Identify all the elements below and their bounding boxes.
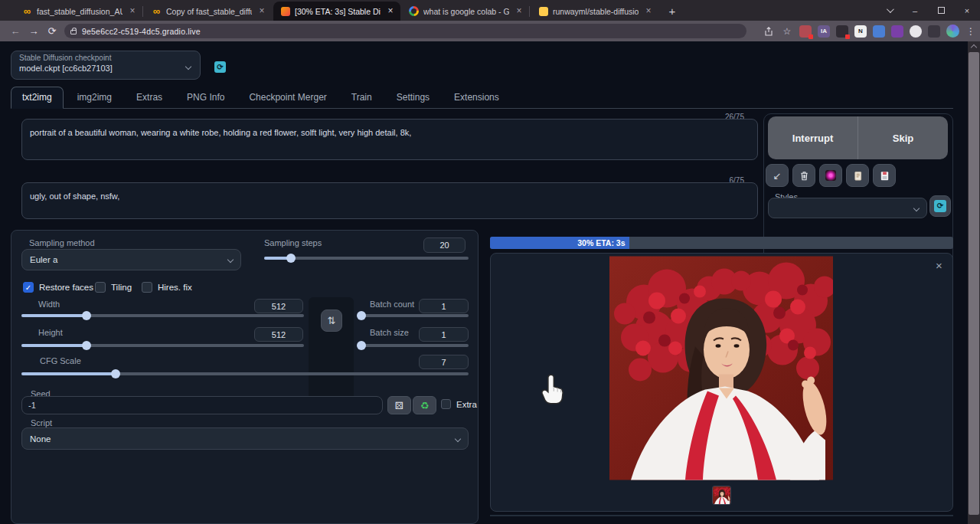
- checkpoint-label: Stable Diffusion checkpoint: [19, 54, 192, 62]
- cfg-scale-slider[interactable]: [21, 369, 469, 378]
- tiling-checkbox[interactable]: [95, 282, 106, 293]
- refresh-styles-button[interactable]: ⟳: [929, 195, 951, 217]
- slider-handle[interactable]: [111, 369, 120, 378]
- height-slider[interactable]: [21, 341, 304, 350]
- close-preview-icon[interactable]: ×: [936, 259, 942, 272]
- tab-png-info[interactable]: PNG Info: [176, 87, 235, 108]
- cfg-scale-value[interactable]: 7: [419, 355, 469, 369]
- scrollbar-thumb[interactable]: [969, 52, 979, 515]
- reload-icon[interactable]: ⟳: [43, 25, 61, 37]
- seed-input[interactable]: [21, 396, 383, 414]
- extensions-puzzle-icon[interactable]: [906, 21, 925, 41]
- tab-close-icon[interactable]: ×: [643, 6, 654, 17]
- interrupt-button[interactable]: Interrupt: [768, 116, 858, 159]
- save-icon: [879, 170, 890, 182]
- slider-handle[interactable]: [82, 311, 91, 320]
- negative-prompt-input[interactable]: ugly, out of shape, nsfw,: [21, 182, 758, 219]
- share-icon[interactable]: [760, 21, 778, 41]
- browser-menu-icon[interactable]: ⋮: [962, 21, 980, 41]
- apply-style-button[interactable]: [846, 164, 869, 187]
- tab-close-icon[interactable]: ×: [385, 6, 396, 17]
- browser-tab-3-active[interactable]: [30% ETA: 3s] Stable Diffusion ×: [273, 2, 400, 21]
- huggingface-icon: [538, 6, 548, 16]
- checkpoint-dropdown[interactable]: Stable Diffusion checkpoint model.ckpt […: [11, 51, 201, 80]
- profile-avatar[interactable]: [943, 21, 962, 41]
- scroll-up-arrow[interactable]: [968, 41, 980, 51]
- tab-separator: [142, 6, 143, 17]
- hires-fix-option[interactable]: Hires. fix: [142, 282, 192, 293]
- slider-handle[interactable]: [286, 254, 296, 263]
- tab-close-icon[interactable]: ×: [256, 6, 267, 17]
- extension-icon-2[interactable]: IA: [815, 21, 833, 41]
- tab-train[interactable]: Train: [341, 87, 383, 108]
- extension-icon-6[interactable]: [888, 21, 906, 41]
- tab-close-icon[interactable]: ×: [127, 6, 138, 17]
- swap-dimensions-button[interactable]: ⇅: [321, 309, 342, 332]
- generated-image-preview[interactable]: [609, 256, 833, 480]
- tiling-label: Tiling: [111, 283, 132, 292]
- prompt-input[interactable]: portrait of a beautiful woman, wearing a…: [21, 119, 758, 160]
- restore-faces-checkbox[interactable]: ✓: [23, 282, 34, 293]
- batch-size-value[interactable]: 1: [419, 327, 469, 342]
- tab-title: fast_stable_diffusion_AUTOMA: [37, 7, 122, 16]
- main-tab-bar: txt2img img2img Extras PNG Info Checkpoi…: [11, 87, 953, 109]
- forward-icon[interactable]: →: [24, 25, 43, 37]
- sampling-method-dropdown[interactable]: Euler a: [21, 249, 241, 270]
- page-scrollbar[interactable]: [968, 41, 980, 524]
- window-maximize-button[interactable]: [928, 0, 954, 21]
- clear-prompt-button[interactable]: [792, 164, 815, 187]
- extra-seed-option[interactable]: Extra: [441, 399, 477, 409]
- tab-checkpoint-merger[interactable]: Checkpoint Merger: [238, 87, 337, 108]
- sidebar-icon[interactable]: [925, 21, 943, 41]
- slider-handle[interactable]: [357, 311, 366, 320]
- height-value[interactable]: 512: [254, 327, 303, 342]
- extension-icon-4[interactable]: N: [851, 21, 870, 41]
- url-text[interactable]: 9e5e6cc2-c519-4dc5.gradio.live: [82, 27, 201, 36]
- window-minimize-button[interactable]: –: [902, 0, 928, 21]
- tab-extras[interactable]: Extras: [126, 87, 173, 108]
- batch-size-slider[interactable]: [358, 341, 469, 350]
- toolbar-icons: ☆ IA N ⋮: [760, 21, 980, 41]
- tab-settings[interactable]: Settings: [386, 87, 440, 108]
- window-close-button[interactable]: ×: [954, 0, 980, 21]
- bookmark-star-icon[interactable]: ☆: [778, 21, 796, 41]
- tiling-option[interactable]: Tiling: [95, 282, 132, 293]
- tab-extensions[interactable]: Extensions: [443, 87, 510, 108]
- extra-seed-checkbox[interactable]: [441, 399, 451, 409]
- gallery-thumbnail[interactable]: [712, 486, 731, 505]
- width-slider[interactable]: [21, 311, 304, 320]
- browser-tab-4[interactable]: what is google colab - Googl ×: [402, 2, 529, 21]
- batch-count-label: Batch count: [370, 300, 414, 309]
- tab-txt2img[interactable]: txt2img: [11, 87, 64, 109]
- slider-handle[interactable]: [357, 341, 366, 350]
- styles-dropdown[interactable]: [768, 198, 927, 218]
- extra-networks-button[interactable]: [819, 164, 842, 187]
- chevron-down-icon: [913, 205, 920, 211]
- new-tab-button[interactable]: +: [663, 2, 681, 21]
- refresh-checkpoint-button[interactable]: ⟳: [214, 61, 226, 73]
- save-style-button[interactable]: [873, 164, 896, 187]
- browser-tab-5[interactable]: runwayml/stable-diffusion-v1 ×: [531, 2, 658, 21]
- browser-tab-2[interactable]: ∞ Copy of fast_stable_diffusion_ ×: [145, 2, 272, 21]
- tab-search-icon[interactable]: [876, 0, 902, 21]
- slider-handle[interactable]: [82, 341, 91, 350]
- script-dropdown[interactable]: None: [21, 427, 469, 450]
- extension-icon-3[interactable]: [833, 21, 851, 41]
- back-icon[interactable]: ←: [6, 25, 24, 37]
- skip-button[interactable]: Skip: [858, 116, 948, 159]
- extension-icon-1[interactable]: [796, 21, 815, 41]
- tab-img2img[interactable]: img2img: [67, 87, 122, 108]
- extension-icon-5[interactable]: [870, 21, 888, 41]
- browser-tab-1[interactable]: ∞ fast_stable_diffusion_AUTOMA ×: [15, 2, 142, 21]
- url-bar[interactable]: 9e5e6cc2-c519-4dc5.gradio.live: [64, 24, 746, 38]
- batch-count-slider[interactable]: [358, 311, 469, 320]
- random-seed-button[interactable]: ⚄: [387, 396, 411, 414]
- sampling-steps-value[interactable]: 20: [423, 237, 466, 253]
- restore-faces-option[interactable]: ✓ Restore faces: [23, 282, 93, 293]
- tab-close-icon[interactable]: ×: [514, 6, 524, 17]
- reuse-seed-button[interactable]: ♻: [413, 396, 436, 414]
- paste-params-button[interactable]: ↙: [766, 164, 789, 187]
- hires-fix-checkbox[interactable]: [142, 282, 152, 293]
- dice-icon: ⚄: [395, 400, 403, 411]
- sampling-steps-slider[interactable]: [264, 254, 469, 263]
